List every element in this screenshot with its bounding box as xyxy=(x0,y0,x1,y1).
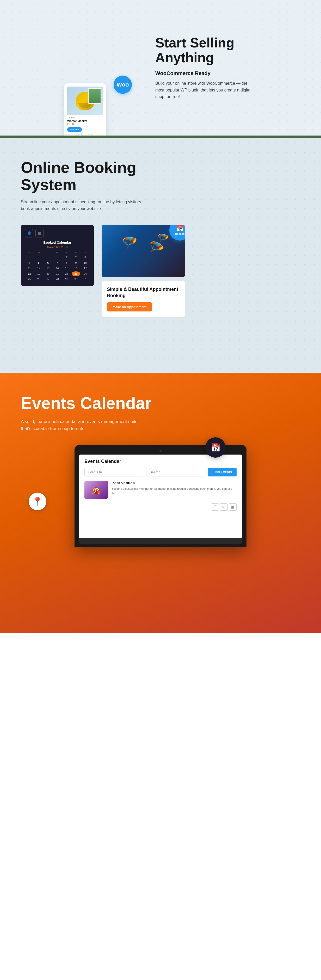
booking-text-block: Online Booking System Streamline your ap… xyxy=(21,159,172,212)
day-header-t2: T xyxy=(62,251,71,255)
cal-day-30[interactable]: 30 xyxy=(72,277,81,282)
day-header-w: W xyxy=(53,251,62,255)
cart-icon[interactable]: 🛒 xyxy=(86,134,94,135)
calendar-header-bar: 👤 ⊞ xyxy=(25,229,90,237)
laptop-screen: Events Calendar Events In Search Find Ev… xyxy=(79,455,242,538)
maps-icon: 📍 xyxy=(32,496,43,506)
table-view-button[interactable]: ▦ xyxy=(229,503,237,511)
cal-empty xyxy=(34,255,43,260)
product-name: Woman Jacket xyxy=(67,119,103,123)
laptop-container: 📅 Events Calendar Events In Search Find … xyxy=(75,445,246,547)
cal-day-20[interactable]: 20 xyxy=(43,271,52,276)
skydiver-3: 🪂 xyxy=(157,232,170,244)
cal-day-16[interactable]: 16 xyxy=(72,266,81,271)
cal-day-2[interactable]: 2 xyxy=(72,255,81,260)
calendar-title: Booked Calendar xyxy=(25,240,90,245)
cal-day-9[interactable]: 9 xyxy=(72,260,81,265)
cal-day-7[interactable]: 7 xyxy=(53,260,62,265)
cal-day-24[interactable]: 24 xyxy=(81,271,90,276)
product-actions: ♡ 🛒 xyxy=(67,134,103,135)
events-search-input[interactable]: Search xyxy=(146,468,206,476)
events-in-input[interactable]: Events In xyxy=(84,468,144,476)
cal-day-10[interactable]: 10 xyxy=(81,260,90,265)
booking-right-panel: 🪂 🪂 🪂 📅 Booked Simple & Beautiful Appoin… xyxy=(102,225,185,317)
cal-day-22[interactable]: 22 xyxy=(62,271,71,276)
laptop-camera xyxy=(159,450,162,452)
skydiver-1: 🪂 xyxy=(121,234,140,252)
booking-title-line1: Online Booking xyxy=(21,159,136,176)
cal-empty xyxy=(43,255,52,260)
calendar-month: November 2018 xyxy=(25,245,90,249)
cal-day-23[interactable]: 23 xyxy=(72,271,81,276)
laptop-frame: Events Calendar Events In Search Find Ev… xyxy=(75,445,246,547)
woo-title: Start Selling Anything xyxy=(155,35,254,65)
booking-info-card: Simple & Beautiful Appointment Booking M… xyxy=(102,281,185,317)
events-app-badge: 📅 xyxy=(205,438,226,458)
find-events-button[interactable]: Find Events xyxy=(208,468,237,476)
calendar-icon-btn[interactable]: ⊞ xyxy=(35,229,44,237)
jacket-thumbnail xyxy=(88,88,101,104)
venue-info: Best Venues Become a sustaining member f… xyxy=(111,480,237,495)
google-maps-badge: 📍 xyxy=(29,493,46,510)
cal-day-5[interactable]: 5 xyxy=(34,260,43,265)
skydiving-photo: 🪂 🪂 🪂 📅 Booked xyxy=(102,225,185,277)
cal-day-1[interactable]: 1 xyxy=(62,255,71,260)
venue-name: Best Venues xyxy=(111,480,237,485)
cal-day-14[interactable]: 14 xyxy=(53,266,62,271)
cal-day-29[interactable]: 29 xyxy=(62,277,71,282)
list-view-button[interactable]: ☰ xyxy=(211,503,219,511)
day-header-f: F xyxy=(72,251,81,255)
product-card: Jackets Woman Jacket £8.00 Buy Now ♡ 🛒 xyxy=(64,83,106,135)
cal-day-21[interactable]: 21 xyxy=(53,271,62,276)
events-app-ui: Events Calendar Events In Search Find Ev… xyxy=(79,455,242,517)
cal-day-18[interactable]: 18 xyxy=(25,271,34,276)
day-header-s2: S xyxy=(81,251,90,255)
woo-badge-text: Woo xyxy=(116,81,129,88)
cal-day-12[interactable]: 12 xyxy=(34,266,43,271)
cal-day-4[interactable]: 4 xyxy=(25,260,34,265)
woo-subtitle: WooCommerce Ready xyxy=(155,70,254,76)
cal-empty xyxy=(25,255,34,260)
events-title: Events Calendar xyxy=(21,394,300,413)
cal-day-13[interactable]: 13 xyxy=(43,266,52,271)
make-appointment-button[interactable]: Make an Appoinment xyxy=(107,302,152,312)
laptop-mockup-wrapper: 📍 📅 Events Calendar Events In Search Fin… xyxy=(21,445,300,547)
booking-info-title: Simple & Beautiful Appointment Booking xyxy=(107,286,180,299)
cal-day-11[interactable]: 11 xyxy=(25,266,34,271)
section-divider xyxy=(0,135,321,138)
woo-logo-badge: Woo xyxy=(114,76,132,94)
cal-day-3[interactable]: 3 xyxy=(81,255,90,260)
day-header-m: M xyxy=(34,251,43,255)
cal-day-28[interactable]: 28 xyxy=(53,277,62,282)
cal-day-15[interactable]: 15 xyxy=(62,266,71,271)
woo-title-line1: Start Selling xyxy=(155,35,234,50)
venue-row: 🎪 Best Venues Become a sustaining member… xyxy=(84,480,237,499)
person-icon: 👤 xyxy=(25,229,33,237)
booking-title: Online Booking System xyxy=(21,159,172,193)
cal-day-6[interactable]: 6 xyxy=(43,260,52,265)
woo-section: Jackets Woman Jacket £8.00 Buy Now ♡ 🛒 W… xyxy=(0,0,321,135)
cal-day-31[interactable]: 31 xyxy=(81,277,90,282)
booking-title-line2: System xyxy=(21,176,76,193)
cal-day-27[interactable]: 27 xyxy=(43,277,52,282)
laptop-foot xyxy=(79,544,242,547)
grid-view-button[interactable]: ⊞ xyxy=(220,503,228,511)
events-search-row: Events In Search Find Events xyxy=(84,468,237,476)
woo-text-block: Start Selling Anything WooCommerce Ready… xyxy=(155,35,254,100)
cal-day-19[interactable]: 19 xyxy=(34,271,43,276)
day-header-t1: T xyxy=(43,251,52,255)
cal-day-17[interactable]: 17 xyxy=(81,266,90,271)
product-image xyxy=(67,86,103,115)
calendar-badge-icon: 📅 xyxy=(176,225,183,232)
buy-now-button[interactable]: Buy Now xyxy=(67,127,82,132)
product-price: £8.00 xyxy=(67,123,103,126)
day-header-s: S xyxy=(25,251,34,255)
cal-day-26[interactable]: 26 xyxy=(34,277,43,282)
booking-description: Streamline your appointment scheduling r… xyxy=(21,199,146,212)
cal-day-8[interactable]: 8 xyxy=(62,260,71,265)
wishlist-icon[interactable]: ♡ xyxy=(76,134,84,135)
cal-day-25[interactable]: 25 xyxy=(25,277,34,282)
booking-ui-area: 👤 ⊞ Booked Calendar November 2018 S M T … xyxy=(21,225,300,317)
view-buttons: ☰ ⊞ ▦ xyxy=(211,503,237,511)
product-label: Jackets xyxy=(67,116,103,119)
